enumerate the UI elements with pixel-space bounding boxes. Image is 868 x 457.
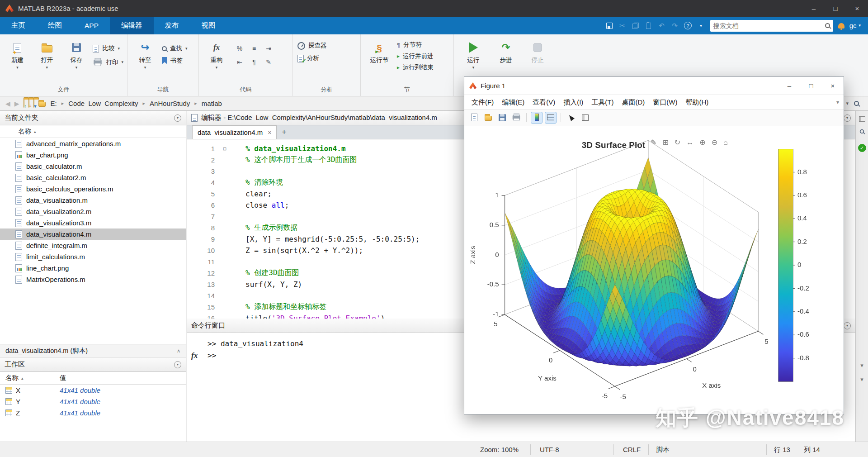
workspace-name-column[interactable]: 名称▴ [0,372,54,384]
doc-search-input[interactable] [713,22,825,29]
surface-plot-canvas[interactable] [464,125,844,414]
redo-icon[interactable]: ↷ [671,21,679,30]
figure-menu-item[interactable]: 桌面(D) [618,98,649,107]
paste-icon[interactable] [645,21,653,30]
data-tips-icon[interactable]: ⊞ [662,139,668,146]
file-row[interactable]: data_visualization4.m [0,228,186,240]
new-tab-button[interactable]: + [277,125,291,139]
edit-code-icon[interactable]: ✎ [262,56,275,68]
file-name-column-header[interactable]: 名称 ▴ [0,125,186,138]
command-window-menu-icon[interactable]: ▾ [844,322,851,329]
figure-minimize-button[interactable]: – [778,77,800,95]
bookmark-button[interactable]: 书签 [162,57,188,65]
wrap-comment-icon[interactable]: ¶ [248,56,260,68]
back-icon[interactable]: ◀ [5,100,10,107]
ribbon-tab-发布[interactable]: 发布 [154,17,190,34]
zoom-out-icon[interactable]: ⊖ [712,139,717,146]
figure-menu-item[interactable]: 文件(F) [467,98,498,107]
panel-menu-icon[interactable]: ▾ [174,114,181,122]
toolbar-options-icon[interactable]: ▾ [697,21,705,30]
strip-search-icon[interactable] [860,129,864,133]
forward-icon[interactable]: ▶ [14,100,19,107]
file-type-indicator[interactable]: 脚本 [656,446,670,454]
edit-plot-icon[interactable]: ✎ [651,139,656,146]
save-figure-icon[interactable] [496,112,508,124]
function-hints-button[interactable]: fx [191,351,198,360]
file-row[interactable]: definite_integralm.m [0,240,186,251]
insert-colorbar-icon[interactable] [531,112,542,124]
collapse-detail-icon[interactable]: ∧ [177,348,180,354]
editor-menu-icon[interactable]: ▾ [844,114,851,122]
find-button[interactable]: 查找▾ [162,44,188,52]
insert-legend-icon[interactable] [545,112,557,124]
file-row[interactable]: basic_calculus_operations.m [0,183,186,195]
breadcrumb-item[interactable]: AnHourStudy [149,99,191,108]
figure-maximize-button[interactable]: □ [800,77,822,95]
workspace-row[interactable]: Z41x41 double [0,407,186,419]
minimize-button[interactable]: – [803,0,825,17]
run-to-end-button[interactable]: ▸ 运行到结束 [397,63,434,71]
print-figure-icon[interactable] [510,112,522,124]
line-ending-indicator[interactable]: CRLF [623,446,641,453]
up-folder-icon[interactable]: ↑ [24,100,24,107]
figure-menu-item[interactable]: 查看(V) [528,98,559,107]
ribbon-tab-主页[interactable]: 主页 [0,17,37,34]
analyze-button[interactable]: ✓ 分析 [297,54,357,62]
zoom-level[interactable]: Zoom: 100% [480,446,519,453]
quick-save-icon[interactable] [605,21,613,30]
insert-section-break-button[interactable]: ¶ 分节符 [397,41,434,49]
goto-button[interactable]: ↪ 转至▾ [132,39,158,85]
figure-menu-item[interactable]: 编辑(E) [498,98,528,107]
print-button[interactable]: 打印▾ [93,57,123,68]
file-row[interactable]: line_chart.png [0,262,186,274]
undo-icon[interactable]: ↶ [658,21,666,30]
compare-button[interactable]: 比较▾ [93,44,123,52]
dock-panel-icon[interactable] [859,116,865,122]
file-row[interactable]: basic_calculator2.m [0,172,186,183]
ribbon-tab-编辑器[interactable]: 编辑器 [110,17,154,34]
address-dropdown-icon[interactable]: ▾ [846,100,849,106]
file-row[interactable]: data_visualization3.m [0,217,186,228]
figure-menu-item[interactable]: 插入(I) [559,98,587,107]
help-icon[interactable]: ? [684,21,692,30]
breadcrumb-item[interactable]: matlab [201,99,223,108]
run-advance-button[interactable]: ▸ 运行并前进 [397,52,434,60]
ribbon-tab-视图[interactable]: 视图 [190,17,227,34]
profiler-button[interactable]: 探查器 [297,39,357,50]
search-icon[interactable] [825,23,830,28]
restore-view-icon[interactable]: ⌂ [723,139,728,146]
breadcrumb-item[interactable]: E: [50,99,58,108]
fold-marker-icon[interactable]: ⊟ [215,146,235,152]
tab-close-icon[interactable]: × [268,129,271,136]
rotate-3d-icon[interactable]: ↻ [675,139,680,146]
file-row[interactable]: MatrixOperations.m [0,274,186,285]
workspace-row[interactable]: X41x41 double [0,385,186,396]
file-row[interactable]: basic_calculator.m [0,161,186,172]
cut-icon[interactable]: ✂ [618,21,627,30]
file-row[interactable]: advanced_matrix_operations.m [0,138,186,149]
browse-folder-icon[interactable]: + [28,100,29,107]
open-button[interactable]: 打开▾ [34,39,60,85]
figure-close-button[interactable]: × [822,77,844,95]
new-script-button[interactable]: + 新建▾ [5,39,30,85]
run-section-button[interactable]: §▸ 运行节 [365,39,393,85]
file-row[interactable]: limit_calculations.m [0,251,186,262]
pointer-icon[interactable] [565,112,577,124]
property-inspector-icon[interactable] [579,112,591,124]
comment-icon[interactable]: % [233,43,246,54]
workspace-menu-icon[interactable]: ▾ [174,361,181,368]
figure-titlebar[interactable]: Figure 1 – □ × [464,77,844,95]
address-search-icon[interactable] [854,101,859,106]
figure-menu-item[interactable]: 窗口(W) [649,98,681,107]
refactor-button[interactable]: fx 重构▾ [203,39,230,85]
figure-menu-item[interactable]: 工具(T) [587,98,618,107]
close-button[interactable]: × [846,0,868,17]
ribbon-tab-APP[interactable]: APP [73,17,110,34]
indent-icon[interactable]: ⇥ [262,43,275,54]
figure-dock-icon[interactable]: ▾ [836,99,844,105]
copy-icon[interactable] [632,21,640,30]
scroll-down-icon[interactable]: ▾ [860,376,863,383]
format-icon[interactable]: ≡ [248,43,260,54]
pan-icon[interactable]: ↔ [686,139,693,146]
ribbon-tab-绘图[interactable]: 绘图 [37,17,73,34]
